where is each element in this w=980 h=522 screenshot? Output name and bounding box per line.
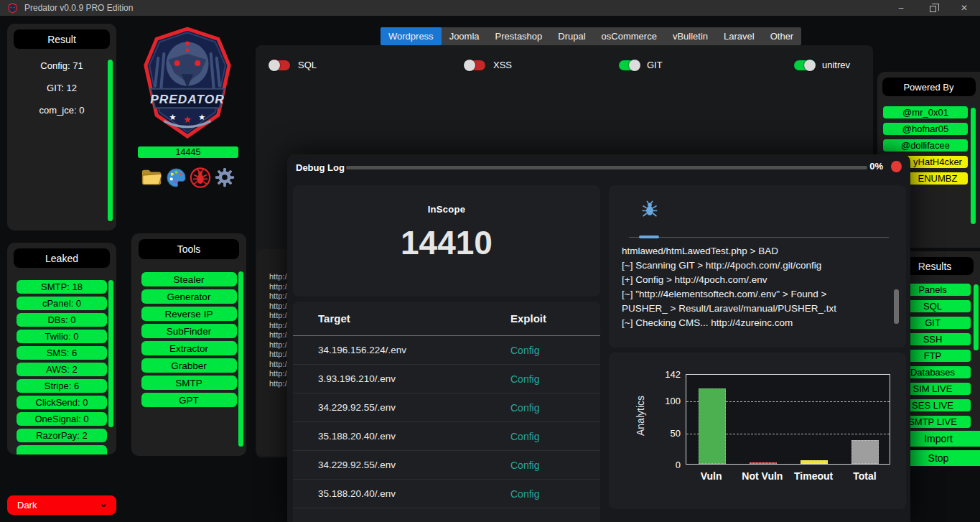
powered-member-button[interactable]: @hofnar05 <box>883 123 968 135</box>
tab-prestashop[interactable]: Prestashop <box>487 27 551 45</box>
log-card: htmlawed/htmLawedTest.php > BAD[~] Scann… <box>609 185 906 348</box>
config-link[interactable]: Config <box>510 431 600 442</box>
config-link[interactable]: Config <box>510 402 600 414</box>
config-link[interactable]: Config <box>510 345 600 356</box>
tool-button[interactable]: GPT <box>141 393 237 407</box>
tab-vbulletin[interactable]: vBulletin <box>665 27 716 45</box>
log-line: [~] "http://4elementsoftech.com/.env" > … <box>622 287 882 302</box>
exploit-column-header: Exploit <box>510 312 600 325</box>
leaked-panel-title: Leaked <box>14 248 110 268</box>
result-scrollbar[interactable] <box>108 60 113 221</box>
config-link[interactable]: Config <box>510 460 600 471</box>
quick-icons-row <box>141 166 235 189</box>
close-button[interactable]: ✕ <box>948 0 980 16</box>
tab-joomla[interactable]: Joomla <box>442 27 487 45</box>
app-logo-icon <box>7 3 18 14</box>
chart-y-axis-label: Analytics <box>635 394 646 437</box>
toggle-knob <box>464 60 475 71</box>
leaked-button[interactable]: SMS: 6 <box>17 346 107 360</box>
leaked-button[interactable]: AWS: 2 <box>17 363 107 376</box>
tab-wordpress[interactable]: Wordpress <box>381 27 442 45</box>
leaked-button[interactable]: DBs: 0 <box>17 313 107 327</box>
palette-icon[interactable] <box>165 166 187 189</box>
tool-button[interactable]: Generator <box>141 289 237 304</box>
chart-y-tick: 0 <box>652 460 681 470</box>
config-link[interactable]: Config <box>510 488 600 500</box>
inscope-label: InScope <box>293 185 600 215</box>
tab-other[interactable]: Other <box>762 27 802 45</box>
leaked-scrollbar[interactable] <box>108 280 113 427</box>
toggle-switch-unitrev[interactable] <box>794 60 814 70</box>
toggle-knob <box>269 60 280 71</box>
tools-panel: Tools StealerGeneratorReverse IPSubFinde… <box>131 233 246 456</box>
progress-bar <box>346 166 867 169</box>
bar-chart-plot <box>686 374 890 465</box>
powered-scrollbar[interactable] <box>971 108 976 224</box>
minimize-button[interactable]: – <box>885 0 917 16</box>
tab-laravel[interactable]: Laravel <box>716 27 762 45</box>
tool-button[interactable]: SMTP <box>141 376 237 390</box>
target-cell: 34.229.92.55/.env <box>318 402 510 413</box>
toggle-switch-sql[interactable] <box>270 60 290 70</box>
toggle-xss: XSS <box>465 60 512 70</box>
chart-x-label: Not Vuln <box>737 470 788 482</box>
result-panel: Result Config: 71GIT: 12com_jce: 0 <box>7 24 116 230</box>
leaked-button[interactable] <box>17 445 107 455</box>
leaked-button[interactable]: OneSignal: 0 <box>17 412 107 426</box>
toggle-unitrev: unitrev <box>794 60 850 70</box>
tool-button[interactable]: Grabber <box>141 358 237 373</box>
result-stat: Config: 71 <box>7 60 116 71</box>
chart-bar-total <box>851 440 879 464</box>
tool-button[interactable]: Extractor <box>141 341 237 355</box>
chart-y-tick: 50 <box>652 428 681 439</box>
gear-icon[interactable] <box>214 166 235 189</box>
leaked-button[interactable]: Stripe: 6 <box>17 379 107 393</box>
tab-oscommerce[interactable]: osCommerce <box>594 27 665 45</box>
scope-count-button[interactable]: 14445 <box>138 146 238 158</box>
leaked-button[interactable]: SMTP: 18 <box>17 280 107 294</box>
log-line: [~] Scanning GIT > http://4poch.com/.git… <box>622 258 882 273</box>
powered-member-button[interactable]: @dollifacee <box>883 139 968 152</box>
toggle-switch-xss[interactable] <box>465 60 485 70</box>
tool-button[interactable]: SubFinder <box>141 324 237 338</box>
toggle-switch-git[interactable] <box>619 60 639 70</box>
toggle-label: SQL <box>298 60 317 70</box>
svg-text:PREDATOR: PREDATOR <box>150 92 225 106</box>
log-line: htmlawed/htmLawedTest.php > BAD <box>622 244 882 258</box>
chart-y-tick: 100 <box>652 396 681 406</box>
config-link[interactable]: Config <box>510 373 600 385</box>
chart-bar-timeout <box>801 460 828 464</box>
log-scrollbar[interactable] <box>894 289 899 324</box>
tools-panel-title: Tools <box>139 239 239 259</box>
chart-x-label: Timeout <box>788 470 839 482</box>
tools-scrollbar[interactable] <box>238 271 243 447</box>
log-separator <box>629 237 889 238</box>
leaked-button[interactable]: cPanel: 0 <box>17 297 107 310</box>
tool-button[interactable]: Stealer <box>141 272 237 286</box>
results-scrollbar[interactable] <box>974 284 979 350</box>
result-panel-title: Result <box>14 29 110 49</box>
theme-select-value: Dark <box>17 500 37 511</box>
tab-drupal[interactable]: Drupal <box>550 27 593 45</box>
chevron-down-icon: ⌄ <box>99 498 108 509</box>
bug-tab-icon[interactable] <box>640 200 659 218</box>
tool-button[interactable]: Reverse IP <box>141 307 237 321</box>
theme-select[interactable]: Dark ⌄ <box>7 495 116 515</box>
analytics-chart-card: Analytics 050100142 VulnNot VulnTimeoutT… <box>609 353 906 509</box>
progress-percent: 0% <box>869 161 883 172</box>
toggle-knob <box>804 60 816 71</box>
powered-member-button[interactable]: @mr_0x01 <box>883 106 968 118</box>
chart-bar-not-vuln <box>750 462 777 464</box>
table-header-row: Target Exploit <box>293 302 600 336</box>
leaked-button[interactable]: ClickSend: 0 <box>17 396 107 409</box>
log-tab-indicator <box>639 236 659 238</box>
leaked-button[interactable]: Twilio: 0 <box>17 330 107 343</box>
leaked-button[interactable]: RazorPay: 2 <box>17 429 107 442</box>
restore-button[interactable] <box>917 0 948 16</box>
toggle-sql: SQL <box>270 60 317 70</box>
debug-log-title: Debug Log <box>296 162 345 173</box>
restore-icon <box>930 6 936 12</box>
folder-icon[interactable] <box>141 166 162 189</box>
bug-icon[interactable] <box>190 166 211 189</box>
chart-x-label: Total <box>839 470 890 482</box>
